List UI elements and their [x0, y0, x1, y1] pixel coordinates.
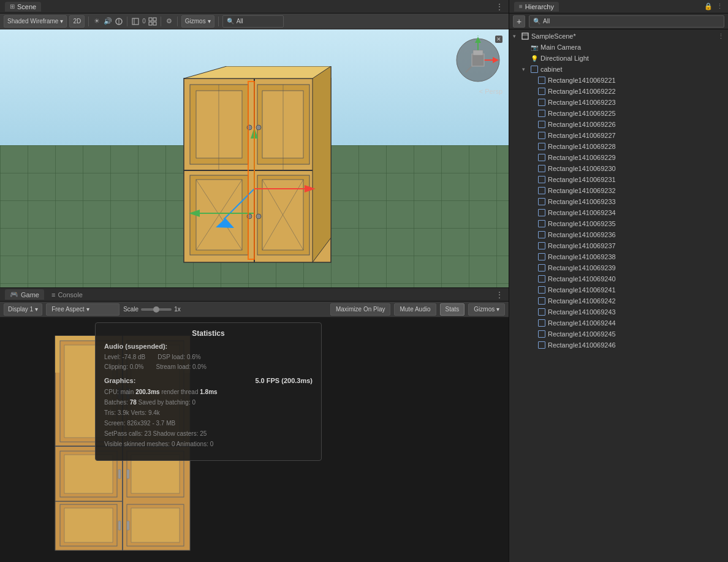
- scale-slider[interactable]: [141, 308, 172, 311]
- tree-item-rect-240[interactable]: ▶ Rectangle1410069240: [509, 273, 728, 284]
- tree-item-rect-227[interactable]: ▶ Rectangle1410069227: [509, 130, 728, 141]
- rect-label-225: Rectangle1410069225: [548, 110, 616, 117]
- rect-label-227: Rectangle1410069227: [548, 132, 616, 139]
- stats-label: Stats: [446, 306, 460, 313]
- hierarchy-add-btn[interactable]: +: [513, 15, 525, 28]
- hierarchy-search-input[interactable]: [543, 18, 720, 25]
- tree-item-scene[interactable]: ▾ SampleScene* ⋮: [509, 31, 728, 42]
- light-label: Directional Light: [540, 55, 589, 62]
- scene-search-input[interactable]: [237, 18, 314, 25]
- tree-item-rect-239[interactable]: ▶ Rectangle1410069239: [509, 262, 728, 273]
- 2d-mode-btn[interactable]: 2D: [69, 15, 85, 28]
- tree-item-rect-229[interactable]: ▶ Rectangle1410069229: [509, 152, 728, 163]
- scene-tab[interactable]: ⊞ Scene: [5, 2, 41, 12]
- rect-label-232: Rectangle1410069232: [548, 187, 616, 194]
- scene-options-icon[interactable]: ⋮: [718, 32, 724, 40]
- tree-item-rect-223[interactable]: ▶ Rectangle1410069223: [509, 97, 728, 108]
- hierarchy-tab[interactable]: ≡ Hierarchy: [514, 2, 559, 12]
- svg-rect-5: [153, 18, 156, 21]
- rect-label-242: Rectangle1410069242: [548, 297, 616, 305]
- tree-item-rect-230[interactable]: ▶ Rectangle1410069230: [509, 163, 728, 174]
- svg-rect-68: [131, 508, 180, 542]
- tree-item-rect-226[interactable]: ▶ Rectangle1410069226: [509, 119, 728, 130]
- tree-item-rect-246[interactable]: ▶ Rectangle1410069246: [509, 340, 728, 351]
- tree-item-cabinet[interactable]: ▾ cabinet: [509, 64, 728, 75]
- aspect-ratio-btn[interactable]: Free Aspect ▾: [46, 303, 119, 316]
- tree-item-rect-243[interactable]: ▶ Rectangle1410069243: [509, 306, 728, 317]
- skinned-label: Visible skinned meshes:: [104, 441, 170, 447]
- effects-toggle-icon[interactable]: [115, 17, 123, 26]
- cabinet-label: cabinet: [540, 66, 562, 73]
- scale-value: 1x: [174, 306, 181, 313]
- scene-search-box[interactable]: 🔍: [222, 15, 284, 28]
- lock-icon[interactable]: 🔒: [704, 2, 713, 10]
- tree-item-rect-231[interactable]: ▶ Rectangle1410069231: [509, 174, 728, 185]
- audio-stats-header: Audio (suspended):: [104, 343, 313, 350]
- scene-viewport: Y ✕ < Persp: [0, 29, 509, 287]
- tree-item-rect-235[interactable]: ▶ Rectangle1410069235: [509, 218, 728, 229]
- graphics-stats-section: Graphics: 5.0 FPS (200.3ms) CPU: main 20…: [104, 377, 313, 449]
- stats-btn[interactable]: Stats: [440, 303, 465, 316]
- camera-label: Main Camera: [540, 44, 581, 51]
- mute-audio-btn[interactable]: Mute Audio: [394, 303, 436, 316]
- hierarchy-search-box[interactable]: 🔍: [529, 15, 724, 28]
- tree-item-main-camera[interactable]: ▶ 📷 Main Camera: [509, 42, 728, 53]
- rect-icon-241: [537, 286, 546, 294]
- hierarchy-controls: + 🔍: [509, 13, 728, 29]
- rect-label-245: Rectangle1410069245: [548, 330, 616, 338]
- tree-item-rect-236[interactable]: ▶ Rectangle1410069236: [509, 229, 728, 240]
- graphics-label: Graphics:: [104, 377, 135, 384]
- audio-toggle-icon[interactable]: 🔊: [104, 17, 112, 26]
- tree-item-rect-222[interactable]: ▶ Rectangle1410069222: [509, 86, 728, 97]
- batches-value: 78: [130, 399, 137, 406]
- rect-icon-236: [537, 230, 546, 239]
- tree-item-rect-244[interactable]: ▶ Rectangle1410069244: [509, 317, 728, 328]
- hierarchy-header-controls: 🔒 ⋮: [704, 2, 723, 10]
- display-dropdown-btn[interactable]: Display 1 ▾: [4, 303, 42, 316]
- aspect-label: Free Aspect: [51, 306, 84, 313]
- scene-panel-icon: ⊞: [10, 3, 15, 10]
- game-menu-btn[interactable]: ⋮: [495, 290, 504, 300]
- svg-rect-6: [149, 22, 152, 25]
- console-tab[interactable]: ≡ Console: [47, 290, 88, 300]
- audio-level-label: Level:: [104, 354, 121, 360]
- tree-item-rect-238[interactable]: ▶ Rectangle1410069238: [509, 251, 728, 262]
- shading-mode-btn[interactable]: Shaded Wireframe ▾: [4, 15, 67, 28]
- tree-item-rect-237[interactable]: ▶ Rectangle1410069237: [509, 240, 728, 251]
- tree-item-rect-232[interactable]: ▶ Rectangle1410069232: [509, 185, 728, 196]
- game-panel: 🎮 Game ≡ Console ⋮ Display 1 ▾ Free Aspe…: [0, 288, 509, 562]
- tree-item-rect-221[interactable]: ▶ Rectangle1410069221: [509, 75, 728, 86]
- tree-item-rect-234[interactable]: ▶ Rectangle1410069234: [509, 207, 728, 218]
- tree-item-rect-233[interactable]: ▶ Rectangle1410069233: [509, 196, 728, 207]
- tree-item-directional-light[interactable]: ▶ 💡 Directional Light: [509, 53, 728, 64]
- stream-load-value: 0.0%: [192, 363, 207, 370]
- tree-item-rect-225[interactable]: ▶ Rectangle1410069225: [509, 108, 728, 119]
- maximize-on-play-btn[interactable]: Maximize On Play: [330, 303, 391, 316]
- tree-item-rect-228[interactable]: ▶ Rectangle1410069228: [509, 141, 728, 152]
- rect-icon-231: [537, 175, 546, 184]
- rect-label-230: Rectangle1410069230: [548, 165, 616, 172]
- tree-item-rect-242[interactable]: ▶ Rectangle1410069242: [509, 295, 728, 306]
- rect-label-221: Rectangle1410069221: [548, 77, 616, 84]
- sep3: [161, 17, 161, 26]
- rect-icon-245: [537, 330, 546, 338]
- game-tab[interactable]: 🎮 Game: [5, 289, 44, 300]
- hierarchy-more-icon[interactable]: ⋮: [716, 2, 723, 10]
- rect-label-239: Rectangle1410069239: [548, 264, 616, 272]
- tree-item-rect-245[interactable]: ▶ Rectangle1410069245: [509, 328, 728, 340]
- scene-titlebar: ⊞ Scene ⋮: [0, 0, 509, 13]
- transform-tools-icon[interactable]: [148, 17, 157, 26]
- scene-arrow: ▾: [513, 33, 519, 39]
- light-toggle-icon[interactable]: ☀: [93, 17, 101, 26]
- scene-menu-btn[interactable]: ⋮: [495, 2, 504, 12]
- render-path-icon[interactable]: [131, 17, 140, 26]
- shadow-value: 25: [200, 430, 207, 437]
- rect-label-241: Rectangle1410069241: [548, 286, 616, 294]
- tree-item-rect-241[interactable]: ▶ Rectangle1410069241: [509, 284, 728, 295]
- gizmos-btn[interactable]: Gizmos ▾: [181, 15, 214, 28]
- snap-icon[interactable]: ⚙: [165, 17, 173, 26]
- audio-stats-section: Audio (suspended): Level: -74.8 dB DSP l…: [104, 343, 313, 372]
- game-gizmos-btn[interactable]: Gizmos ▾: [468, 303, 505, 316]
- gizmo-close-btn[interactable]: ✕: [495, 36, 502, 43]
- console-icon: ≡: [51, 291, 55, 298]
